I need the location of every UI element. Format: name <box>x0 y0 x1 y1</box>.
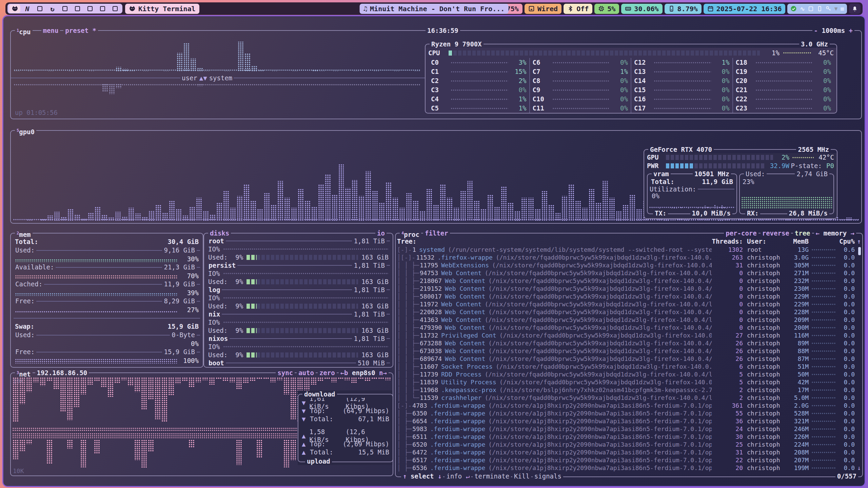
cpu-column-header[interactable]: Cpu% <box>836 238 855 245</box>
process-row[interactable]: │ │ ├─94753Web Content(/nix/store/fqadd0… <box>396 269 862 277</box>
memory-value: 30.06% <box>634 5 658 13</box>
sort-column-control[interactable]: ← memory → <box>814 229 856 237</box>
clock: 16:36:59 <box>426 27 460 34</box>
process-row[interactable]: │ │ └─11539crashhelper(/nix/store/fqadd0… <box>396 394 862 402</box>
menu-button[interactable]: menu <box>41 27 60 34</box>
process-row[interactable]: │ ├─6654.ferdium-wrappe(/nix/store/a1pj8… <box>396 417 862 425</box>
mem-meter: 39% <box>14 288 200 297</box>
info-button[interactable]: info ↵ <box>445 472 471 480</box>
net-sync-toggle[interactable]: sync <box>276 369 295 377</box>
process-row[interactable]: │ ├─6520.ferdium-wrappe(/nix/store/a1pj8… <box>396 441 862 448</box>
process-row[interactable]: │ ├─6511.ferdium-wrappe(/nix/store/a1pj8… <box>396 433 862 441</box>
process-row[interactable]: │ │ ├─219152Web Content(/nix/store/fqadd… <box>396 285 862 292</box>
status-pill-cpu[interactable]: 5% <box>594 4 619 14</box>
key-icon[interactable] <box>826 6 831 12</box>
process-row[interactable]: [-]-1systemd(/run/current-system/systemd… <box>396 246 862 253</box>
empty-workspace-icon <box>62 6 67 11</box>
user-column-header[interactable]: User: <box>743 238 787 245</box>
mem-meter: 70% <box>14 271 200 280</box>
net-interface-switcher[interactable]: ←b enp8s0 n→ <box>339 369 389 377</box>
process-row[interactable]: │ ├─6350.ferdium-wrappe(/nix/store/a1pj8… <box>396 409 862 417</box>
process-row[interactable]: [-]-4783.ferdium-wrappe(/nix/store/a1pj8… <box>396 402 862 409</box>
mem-divider-row: Available:21,3 GiB <box>14 263 200 271</box>
preset-button[interactable]: preset * <box>63 27 98 34</box>
process-row[interactable]: │ ├─6536.ferdium-wrappe(/nix/store/a1pj8… <box>396 464 862 472</box>
io-mode-toggle[interactable]: io <box>375 229 387 237</box>
process-row[interactable]: │ │ ├─11839Utility Process(/nix/store/fq… <box>396 378 862 386</box>
threads-column-header[interactable]: Threads: <box>712 238 743 245</box>
process-row[interactable]: │ │ ├─673038Web Content(/nix/store/fqadd… <box>396 347 862 355</box>
workspace-1[interactable] <box>9 4 20 13</box>
window-title-pill[interactable]: Kitty Terminal <box>125 4 199 14</box>
process-row[interactable]: │ │ ├─11732Privileged Cont(/nix/store/fq… <box>396 331 862 339</box>
download-title: download <box>302 390 337 398</box>
terminate-button[interactable]: terminate <box>473 472 511 480</box>
cpu-user-graph <box>14 37 420 72</box>
status-pill-clock[interactable]: 2025-07-22 16:36 <box>704 4 786 14</box>
process-row[interactable]: │ │ ├─220028Web Content(/nix/store/fqadd… <box>396 308 862 316</box>
process-row[interactable]: │ ├─6472.ferdium-wrappe(/nix/store/a1pj8… <box>396 448 862 456</box>
workspace-2[interactable]: N <box>22 4 33 13</box>
core-grid: C03%C115%C22%C30%C41%C51%C60%C71%C80%C90… <box>428 58 834 113</box>
workspace-6[interactable] <box>72 4 83 13</box>
process-row[interactable]: │ │ ├─11972Web Content(/nix/store/fqadd0… <box>396 300 862 308</box>
signals-button[interactable]: signals <box>533 472 563 480</box>
process-row[interactable]: │ ├─6517.ferdium-wrappe(/nix/store/a1pj8… <box>396 456 862 464</box>
process-scrollbar[interactable] <box>858 247 861 255</box>
disks-box: disks io root1,81 TiBIO%Used:9%163 GiBpe… <box>203 229 393 368</box>
phone-icon[interactable] <box>817 6 823 12</box>
update-interval-control[interactable]: - 1000ms + <box>812 27 854 34</box>
notifications-button[interactable] <box>849 4 861 14</box>
status-pill-memory[interactable]: 30.06% <box>621 4 662 14</box>
workspace-4[interactable]: ↻ <box>47 4 58 13</box>
status-pill-network[interactable]: Wired <box>525 4 561 14</box>
status-pill-disk[interactable]: 8.79% <box>665 4 702 14</box>
grid-icon[interactable]: ▦ <box>841 5 844 12</box>
process-row[interactable]: │ │ ├─689674Web Content(/nix/store/fqadd… <box>396 355 862 363</box>
wave-icon[interactable]: ∿ <box>800 5 805 12</box>
memory-column-header[interactable]: MemB <box>787 238 809 245</box>
process-row[interactable]: │ ├─5983.ferdium-wrappe(/nix/store/a1pj8… <box>396 425 862 433</box>
status-pill-bluetooth[interactable]: Off <box>564 4 592 14</box>
mem-value-row: Total:30,4 GiB <box>14 238 200 246</box>
core-C22: C220% <box>736 95 831 104</box>
top-bar: N↻ Kitty Terminal ♫ Minuit Machine - Don… <box>5 2 863 15</box>
filter-button[interactable]: filter <box>423 229 450 237</box>
disks-box-title[interactable]: disks <box>208 229 231 237</box>
process-row[interactable]: │ │ ├─11968.keepassxc-prox(/nix/store/bs… <box>396 386 862 394</box>
disk-io-row: IO% <box>207 343 390 351</box>
net-zero-toggle[interactable]: zero <box>318 369 337 377</box>
workspace-8[interactable] <box>97 4 108 13</box>
process-row[interactable]: │ │ ├─11795WebExtensions(/nix/store/fqad… <box>396 261 862 269</box>
vram-used-value: 2,74 GiB <box>795 170 829 178</box>
disk-used-row: Used:9%163 GiB <box>207 326 390 334</box>
workspace-9[interactable] <box>110 4 121 13</box>
core-C5: C51% <box>431 104 527 113</box>
workspace-switcher[interactable]: N↻ <box>7 4 122 14</box>
process-row[interactable]: │ │ ├─580017Web Content(/nix/store/fqadd… <box>396 292 862 300</box>
process-row[interactable]: │[-]-11532.firefox-wrappe(/nix/store/fqa… <box>396 253 862 261</box>
process-row[interactable]: │ │ ├─41363Web Content(/nix/store/fqadd0… <box>396 316 862 324</box>
per-core-toggle[interactable]: per-core <box>724 229 758 237</box>
workspace-3[interactable] <box>34 4 45 13</box>
mem-divider-row: Free:8,29 GiB <box>14 297 200 305</box>
kill-button[interactable]: Kill <box>512 472 531 480</box>
reverse-toggle[interactable]: reverse <box>761 229 791 237</box>
process-row[interactable]: │ │ ├─11607Socket Process(/nix/store/fqa… <box>396 363 862 370</box>
process-row[interactable]: │ │ ├─218067Web Content(/nix/store/fqadd… <box>396 277 862 285</box>
select-control[interactable]: ↑ select ↓ <box>401 472 443 480</box>
shield-icon[interactable]: ▼ <box>834 5 838 12</box>
clipboard-icon[interactable] <box>808 6 814 12</box>
core-C12: C121% <box>634 58 730 67</box>
process-row[interactable]: │ │ ├─479390Web Content(/nix/store/fqadd… <box>396 324 862 331</box>
workspace-7[interactable] <box>84 4 96 13</box>
process-row[interactable]: │ │ ├─673288Web Content(/nix/store/fqadd… <box>396 339 862 347</box>
process-row[interactable]: │ │ ├─11739RDD Process(/nix/store/fqadd0… <box>396 370 862 378</box>
net-auto-toggle[interactable]: auto <box>297 369 316 377</box>
tree-toggle[interactable]: tree <box>793 229 812 237</box>
gpu-box-title: 5gpu0 <box>15 127 36 134</box>
check-circle-icon[interactable] <box>790 5 797 12</box>
music-pill[interactable]: ♫ Minuit Machine - Don't Run Fro... <box>360 4 509 14</box>
disk-io-row: IO% <box>207 269 390 278</box>
workspace-5[interactable] <box>59 4 71 13</box>
